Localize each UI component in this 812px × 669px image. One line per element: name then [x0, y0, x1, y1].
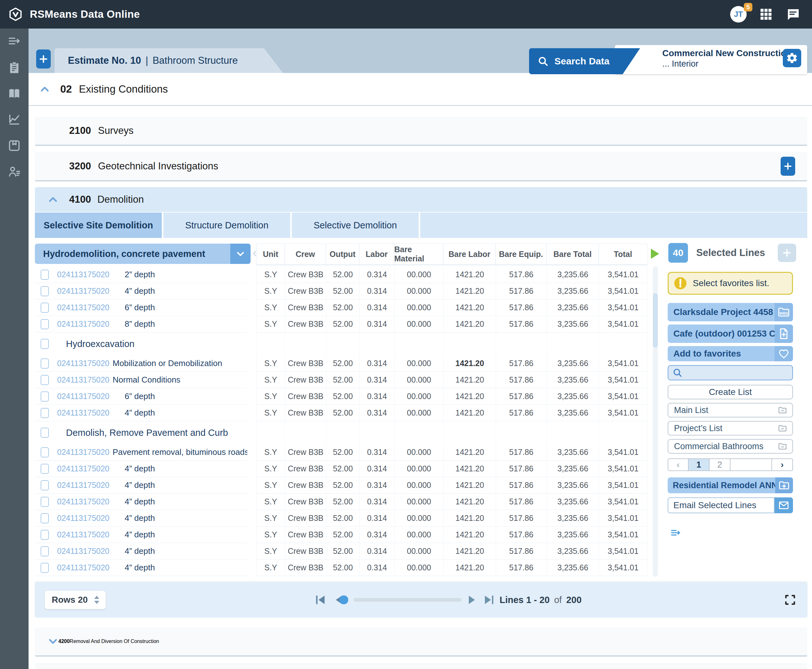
- row-checkbox[interactable]: [40, 319, 49, 329]
- line-code[interactable]: 024113175020: [57, 481, 109, 490]
- column-header[interactable]: Total: [599, 244, 647, 264]
- chevron-down-icon[interactable]: [230, 244, 250, 264]
- rows-per-page-stepper[interactable]: Rows 20: [44, 590, 106, 609]
- user-avatar[interactable]: JT 5: [730, 6, 746, 22]
- column-header[interactable]: Crew: [285, 244, 326, 264]
- row-checkbox[interactable]: [40, 270, 49, 280]
- estimate-tab[interactable]: Estimate No. 10 | Bathroom Structure: [55, 48, 283, 73]
- page-next-button[interactable]: ›: [772, 458, 793, 471]
- clipboard-icon[interactable]: [8, 61, 21, 74]
- column-header[interactable]: Labor: [360, 244, 394, 264]
- expand-panel-icon[interactable]: [668, 528, 683, 539]
- subsection-demolition-header[interactable]: 4100Demolition: [35, 187, 807, 212]
- line-code[interactable]: 024113175020: [57, 530, 109, 539]
- new-estimate-button[interactable]: [36, 49, 51, 69]
- apps-grid-icon[interactable]: [759, 7, 773, 22]
- page-prev-button[interactable]: ‹: [668, 458, 689, 471]
- add-selected-button[interactable]: [778, 244, 796, 262]
- line-code[interactable]: 024113175020: [57, 497, 109, 506]
- favorites-list-item[interactable]: Commercial Bathrooms: [668, 439, 793, 454]
- line-code[interactable]: 024113175020: [57, 447, 109, 457]
- row-checkbox[interactable]: [40, 464, 49, 474]
- last-page-icon[interactable]: [483, 593, 496, 607]
- row-checkbox[interactable]: [40, 428, 49, 438]
- fullscreen-icon[interactable]: [784, 593, 797, 606]
- residential-remodel-button[interactable]: Residential Remodel ANNIST...: [668, 477, 793, 493]
- scroll-columns-right-icon[interactable]: [651, 249, 659, 259]
- subsection-4200[interactable]: 4200Removal And Diversion Of Constructio…: [35, 627, 807, 657]
- person-list-icon[interactable]: [8, 165, 21, 178]
- demolition-tab[interactable]: Selective Site Demolition: [35, 213, 162, 238]
- search-data-button[interactable]: Search Data: [529, 48, 640, 74]
- folder-plus-icon[interactable]: [775, 477, 793, 493]
- file-add-icon[interactable]: [775, 324, 793, 343]
- dataset-panel[interactable]: Commercial New Construction ... Interior: [615, 45, 807, 74]
- line-code[interactable]: 024113175020: [57, 392, 109, 401]
- column-header[interactable]: Bare Total: [546, 244, 599, 264]
- favorites-list-item[interactable]: Main List: [668, 403, 793, 417]
- send-email-button[interactable]: [775, 498, 793, 513]
- settings-gear-button[interactable]: [783, 49, 801, 67]
- feedback-chat-icon[interactable]: [785, 7, 800, 22]
- collapse-chevron-icon[interactable]: [47, 194, 58, 205]
- line-code[interactable]: 024113175020: [57, 286, 109, 296]
- column-header[interactable]: Bare Labor: [444, 244, 496, 264]
- wbs-folder-icon[interactable]: WBS: [775, 303, 793, 321]
- line-code[interactable]: 024113175020: [57, 359, 109, 368]
- line-code[interactable]: 024113175020: [57, 303, 109, 312]
- row-checkbox[interactable]: [40, 358, 49, 368]
- scrollbar-thumb[interactable]: [653, 293, 657, 347]
- page-number-button[interactable]: 1: [689, 458, 709, 471]
- line-code[interactable]: 024113175020: [57, 375, 109, 385]
- row-checkbox[interactable]: [40, 447, 49, 457]
- next-page-icon[interactable]: [466, 593, 478, 607]
- table-vertical-scrollbar[interactable]: [653, 266, 658, 577]
- row-checkbox[interactable]: [40, 303, 49, 313]
- row-checkbox[interactable]: [40, 513, 49, 523]
- page-slider-track[interactable]: [354, 598, 462, 602]
- line-code[interactable]: 024113175020: [57, 270, 109, 279]
- line-code[interactable]: 024113175020: [57, 464, 109, 473]
- row-checkbox[interactable]: [40, 546, 49, 556]
- add-line-button[interactable]: [781, 157, 795, 176]
- line-code[interactable]: 024113175020: [57, 546, 109, 556]
- email-selected-lines-input[interactable]: Email Selected Lines: [668, 498, 775, 513]
- menu-expand-icon[interactable]: [8, 35, 21, 48]
- favorites-list-item[interactable]: Project’s List: [668, 421, 793, 435]
- create-list-button[interactable]: Create List: [668, 385, 793, 399]
- line-code[interactable]: 024113175020: [57, 514, 109, 523]
- subsection-4300[interactable]: 4300Structure Moving: [35, 663, 807, 669]
- stepper-arrows-icon[interactable]: [93, 595, 101, 605]
- favorites-search-input[interactable]: [668, 365, 793, 380]
- row-checkbox[interactable]: [40, 286, 49, 296]
- line-code[interactable]: 024113175020: [57, 408, 109, 417]
- row-checkbox[interactable]: [40, 375, 49, 385]
- row-checkbox[interactable]: [40, 339, 49, 349]
- column-header[interactable]: Bare Material: [394, 244, 444, 264]
- row-checkbox[interactable]: [40, 497, 49, 507]
- column-header[interactable]: Output: [326, 244, 360, 264]
- row-checkbox[interactable]: [40, 480, 49, 491]
- project-button-cafe[interactable]: Cafe (outdoor) 001253 Clark ...: [668, 324, 793, 343]
- column-header[interactable]: Unit: [256, 244, 285, 264]
- first-page-icon[interactable]: [314, 593, 327, 607]
- subsection-surveys[interactable]: 2100Surveys: [35, 117, 807, 146]
- demolition-tab[interactable]: Structure Demolition: [163, 213, 290, 238]
- row-checkbox[interactable]: [40, 530, 49, 540]
- collapse-chevron-icon[interactable]: [39, 84, 50, 94]
- category-select[interactable]: Hydrodemolition, concrete pavement: [35, 244, 250, 264]
- heart-icon[interactable]: [775, 346, 793, 361]
- book-icon[interactable]: [8, 87, 21, 100]
- expand-chevron-icon[interactable]: [47, 636, 58, 647]
- chart-icon[interactable]: [8, 113, 21, 126]
- subsection-geotechnical[interactable]: 3200Geotechnical Investigations: [35, 152, 807, 182]
- row-checkbox[interactable]: [40, 392, 49, 402]
- line-code[interactable]: 024113175020: [57, 319, 109, 329]
- line-code[interactable]: 024113175020: [57, 563, 109, 572]
- page-slider-handle[interactable]: [340, 595, 348, 604]
- box-bookmark-icon[interactable]: [8, 139, 21, 152]
- page-number-button[interactable]: 2: [709, 458, 730, 471]
- project-button-clarksdale[interactable]: Clarksdale Project 4458 WBS: [668, 303, 793, 321]
- demolition-tab[interactable]: Selective Demolition: [292, 213, 419, 238]
- column-header[interactable]: Bare Equip.: [496, 244, 546, 264]
